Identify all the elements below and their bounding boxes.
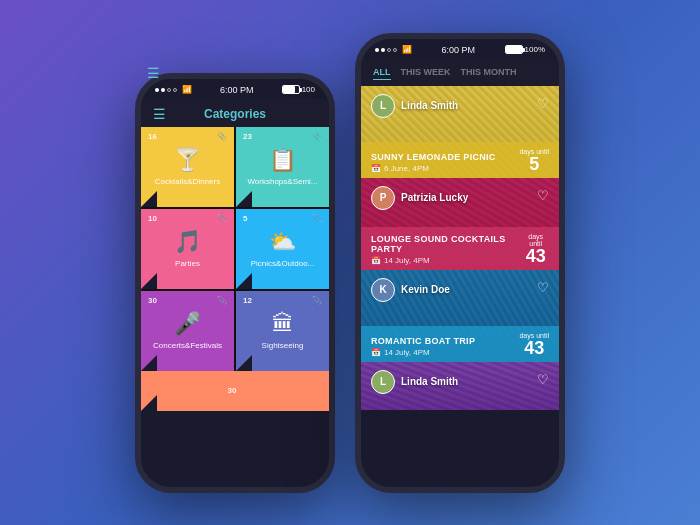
- heart-icon-3[interactable]: ♡: [537, 280, 549, 295]
- days-label-2: days until: [522, 233, 549, 247]
- events-list: L Linda Smith ♡ SUNNY LEMONADE PICNIC 📅 …: [361, 86, 559, 410]
- event-card-2[interactable]: P Patrizia Lucky ♡ LOUNGE SOUND COCKTAIL…: [361, 178, 559, 270]
- person-name-3: Kevin Doe: [401, 284, 450, 295]
- tile-badge: 10: [148, 214, 157, 223]
- wifi-icon: 📶: [182, 85, 192, 94]
- wifi-icon-right: 📶: [402, 45, 412, 54]
- event-details-3: ROMANTIC BOAT TRIP 📅 14 July, 4PM: [371, 336, 475, 357]
- days-num-1: 5: [519, 155, 549, 173]
- pin-icon: 📎: [217, 214, 227, 223]
- event-card-1[interactable]: L Linda Smith ♡ SUNNY LEMONADE PICNIC 📅 …: [361, 86, 559, 178]
- event-details-1: SUNNY LEMONADE PICNIC 📅 6 June, 4PM: [371, 152, 496, 173]
- left-time: 6:00 PM: [220, 85, 254, 95]
- tile-badge: 12: [243, 296, 252, 305]
- tile-label: Sightseeing: [262, 341, 304, 350]
- tab-this-month[interactable]: THIS MONTH: [461, 67, 517, 79]
- tile-label: Parties: [175, 259, 200, 268]
- event-card-4[interactable]: L Linda Smith ♡: [361, 362, 559, 410]
- dot4: [173, 88, 177, 92]
- hamburger-icon[interactable]: ☰: [153, 106, 166, 122]
- event-avatar-row-3: K Kevin Doe: [371, 278, 450, 302]
- categories-grid: 16 📎 🍸 Cocktails&Dinners 23 📎 📋 Workshop…: [141, 127, 329, 371]
- tile-badge: 30: [228, 386, 237, 395]
- event-date-1: 📅 6 June, 4PM: [371, 164, 496, 173]
- tile-picnics[interactable]: 5 📎 ⛅ Picnics&Outdoo...: [236, 209, 329, 289]
- event-date-2: 📅 14 July, 4PM: [371, 256, 522, 265]
- avatar-linda-2: L: [371, 370, 395, 394]
- cocktail-icon: 🍸: [174, 147, 201, 173]
- left-battery: 100: [282, 85, 315, 94]
- workshop-icon: 📋: [269, 147, 296, 173]
- event-title-2: LOUNGE SOUND COCKTAILS PARTY: [371, 234, 522, 254]
- left-nav: ☰ Categories: [141, 99, 329, 127]
- days-num-2: 43: [522, 247, 549, 265]
- dot3: [167, 88, 171, 92]
- event-avatar-row-4: L Linda Smith: [371, 370, 458, 394]
- dot3: [387, 48, 391, 52]
- tile-sightseeing[interactable]: 12 📎 🏛 Sightseeing: [236, 291, 329, 371]
- heart-icon-1[interactable]: ♡: [537, 96, 549, 111]
- right-battery: 100%: [505, 45, 545, 54]
- event-info-1: SUNNY LEMONADE PICNIC 📅 6 June, 4PM days…: [361, 142, 559, 178]
- days-badge-1: days until 5: [519, 148, 549, 173]
- calendar-icon-1: 📅: [371, 164, 381, 173]
- battery-fill: [283, 86, 296, 93]
- calendar-icon-2: 📅: [371, 256, 381, 265]
- right-nav: ☰ ALL THIS WEEK THIS MONTH: [361, 59, 559, 86]
- right-status-bar: 📶 6:00 PM 100%: [361, 39, 559, 59]
- days-badge-2: days until 43: [522, 233, 549, 265]
- tile-concerts[interactable]: 30 📎 🎤 Concerts&Festivals: [141, 291, 234, 371]
- signal-dots-right: 📶: [375, 45, 412, 54]
- avatar-patrizia: P: [371, 186, 395, 210]
- event-avatar-row-1: L Linda Smith: [371, 94, 458, 118]
- picnic-icon: ⛅: [269, 229, 296, 255]
- event-info-2: LOUNGE SOUND COCKTAILS PARTY 📅 14 July, …: [361, 227, 559, 270]
- tile-label: Picnics&Outdoo...: [251, 259, 315, 268]
- event-date-3: 📅 14 July, 4PM: [371, 348, 475, 357]
- tile-badge: 23: [243, 132, 252, 141]
- signal-dots: 📶: [155, 85, 192, 94]
- dot1: [375, 48, 379, 52]
- dot4: [393, 48, 397, 52]
- tile-workshops[interactable]: 23 📎 📋 Workshops&Semi...: [236, 127, 329, 207]
- right-phone: 📶 6:00 PM 100% ☰ ALL THIS WEEK THIS MONT…: [355, 33, 565, 493]
- categories-title: Categories: [204, 107, 266, 121]
- tab-all[interactable]: ALL: [373, 67, 391, 80]
- tab-this-week[interactable]: THIS WEEK: [401, 67, 451, 79]
- event-title-3: ROMANTIC BOAT TRIP: [371, 336, 475, 346]
- days-num-3: 43: [519, 339, 549, 357]
- heart-icon-2[interactable]: ♡: [537, 188, 549, 203]
- tile-badge: 5: [243, 214, 247, 223]
- phones-container: 📶 6:00 PM 100 ☰ Categories 16 📎 🍸 Cockta…: [135, 33, 565, 493]
- pin-icon: 📎: [217, 296, 227, 305]
- pin-icon: 📎: [312, 214, 322, 223]
- tile-label: Workshops&Semi...: [247, 177, 317, 186]
- battery-body: [282, 85, 300, 94]
- person-name-1: Linda Smith: [401, 100, 458, 111]
- person-name-4: Linda Smith: [401, 376, 458, 387]
- event-title-1: SUNNY LEMONADE PICNIC: [371, 152, 496, 162]
- event-card-3[interactable]: K Kevin Doe ♡ ROMANTIC BOAT TRIP 📅 14 Ju…: [361, 270, 559, 362]
- tile-parties[interactable]: 10 📎 🎵 Parties: [141, 209, 234, 289]
- heart-icon-4[interactable]: ♡: [537, 372, 549, 387]
- tile-cocktails[interactable]: 16 📎 🍸 Cocktails&Dinners: [141, 127, 234, 207]
- pin-icon: 📎: [217, 132, 227, 141]
- event-avatar-row-2: P Patrizia Lucky: [371, 186, 468, 210]
- left-status-bar: 📶 6:00 PM 100: [141, 79, 329, 99]
- person-name-2: Patrizia Lucky: [401, 192, 468, 203]
- avatar-linda-1: L: [371, 94, 395, 118]
- dot2: [381, 48, 385, 52]
- tile-badge: 16: [148, 132, 157, 141]
- battery-pct: 100: [302, 85, 315, 94]
- party-icon: 🎵: [174, 229, 201, 255]
- sightseeing-icon: 🏛: [272, 311, 294, 337]
- pin-icon: 📎: [312, 296, 322, 305]
- battery-body-right: [505, 45, 523, 54]
- days-badge-3: days until 43: [519, 332, 549, 357]
- left-phone: 📶 6:00 PM 100 ☰ Categories 16 📎 🍸 Cockta…: [135, 73, 335, 493]
- tile-label: Concerts&Festivals: [153, 341, 222, 350]
- tile-extra[interactable]: 30: [141, 371, 329, 411]
- right-time: 6:00 PM: [442, 45, 476, 55]
- concert-icon: 🎤: [174, 311, 201, 337]
- tile-badge: 30: [148, 296, 157, 305]
